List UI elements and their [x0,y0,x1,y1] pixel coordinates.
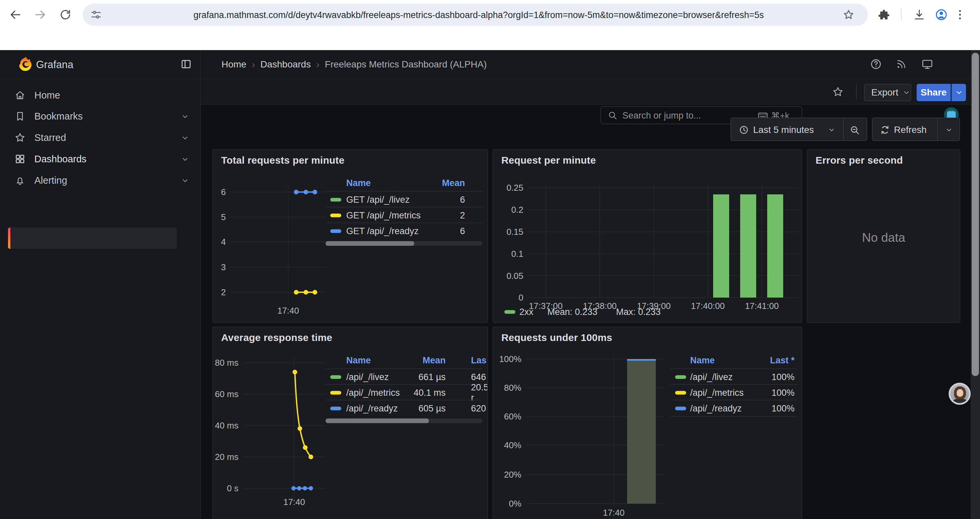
chevron-down-icon[interactable] [180,154,190,164]
sidebar-item-dashboards[interactable]: Dashboards [0,148,200,170]
favorite-star-icon[interactable] [831,85,845,99]
legend-col-mean[interactable]: Mean [423,355,445,366]
series-swatch-green[interactable] [675,375,686,379]
zoom-out-icon[interactable] [849,124,861,136]
legend-header: Name Last * [670,355,797,368]
panel-requests-under-100ms[interactable]: Requests under 100ms 100% 80% 60% 40% 20… [493,327,802,519]
y-tick: 40 ms [213,420,239,431]
panel-toggle-icon[interactable] [180,57,193,71]
panel-title[interactable]: Average response time [221,332,332,343]
avatar-body [953,399,967,405]
chevron-down-icon[interactable] [180,176,190,186]
legend-col-name[interactable]: Name [346,355,371,366]
sidebar-item-label: Starred [34,132,66,143]
legend-row[interactable]: /api/_/readyz 100% [670,400,797,417]
series-swatch-green[interactable] [330,375,341,379]
panel-title[interactable]: Errors per second [816,155,903,166]
breadcrumb-dashboards[interactable]: Dashboards [261,59,311,70]
series-name[interactable]: /api/_/metrics [346,387,400,398]
legend-row[interactable]: /api/_/livez 661 µs 646 [326,368,482,385]
y-tick: 20 ms [213,452,239,462]
legend-row[interactable]: GET /api/_/readyz 6 [326,222,482,239]
extensions-icon[interactable] [877,8,891,21]
sidebar-item-alerting[interactable]: Alerting [0,170,200,191]
panel-errors-per-second[interactable]: Errors per second No data [807,149,960,323]
series-swatch-blue[interactable] [675,406,686,410]
address-bar[interactable] [83,4,868,26]
floating-avatar[interactable] [949,383,970,405]
series-swatch-yellow[interactable] [330,213,341,217]
bookmark-star-icon[interactable] [843,9,854,21]
reload-icon[interactable] [59,8,72,21]
star-icon [14,132,26,144]
legend-row[interactable]: /api/_/metrics 40.1 ms 20.5 r [326,384,482,401]
panel-title[interactable]: Total requests per minute [221,155,345,166]
panel-title[interactable]: Request per minute [501,155,596,166]
series-swatch-yellow[interactable] [675,391,686,394]
series-name[interactable]: GET /api/_/livez [346,194,410,205]
grafana-logo[interactable] [18,56,33,73]
legend-col-last[interactable]: Last * [770,355,795,366]
series-name[interactable]: /api/_/livez [346,372,389,382]
share-button[interactable]: Share [916,84,951,101]
share-menu-button[interactable] [951,84,966,101]
series-name[interactable]: /api/_/readyz [346,403,398,414]
legend-scrollbar[interactable] [326,241,482,246]
legend-col-mean[interactable]: Mean [442,178,465,188]
time-range-label[interactable]: Last 5 minutes [753,125,814,135]
back-icon[interactable] [9,8,22,21]
legend-col-name[interactable]: Name [346,178,371,188]
chevron-down-icon[interactable] [945,126,953,134]
menu-kebab-icon[interactable] [953,8,967,21]
profile-icon[interactable] [935,8,948,21]
legend-col-name[interactable]: Name [690,355,715,366]
panel-request-per-minute[interactable]: Request per minute 0.25 0.2 0.15 0.1 0.0… [493,149,802,323]
chevron-down-icon[interactable] [180,133,190,143]
help-icon[interactable] [869,57,883,71]
url-input[interactable] [193,4,908,26]
series-name[interactable]: GET /api/_/metrics [346,210,421,220]
legend-row[interactable]: /api/_/metrics 100% [670,384,797,401]
series-name[interactable]: 2xx [519,307,533,317]
series-swatch-blue[interactable] [330,406,341,410]
scrollbar-thumb[interactable] [972,53,979,376]
legend-row[interactable]: /api/_/livez 100% [670,368,797,385]
legend-col-last[interactable]: Las [471,355,487,366]
legend-header: Name Mean Las [326,355,482,368]
sidebar-item-home[interactable]: Home [0,85,200,106]
panel-title[interactable]: Requests under 100ms [501,332,612,343]
news-rss-icon[interactable] [895,57,908,71]
download-icon[interactable] [913,8,926,21]
sidebar-item-starred[interactable]: Starred [0,127,200,148]
legend-scrollbar[interactable] [326,418,482,423]
sidebar-item-bookmarks[interactable]: Bookmarks [0,105,200,127]
series-swatch-blue[interactable] [330,229,341,233]
breadcrumb-home[interactable]: Home [221,59,247,70]
chevron-down-icon[interactable] [180,112,190,121]
series-name[interactable]: /api/_/metrics [690,387,744,398]
actions-divider [856,85,857,99]
export-button[interactable]: Export [864,84,911,101]
series-swatch-green[interactable] [504,310,515,314]
refresh-icon[interactable] [879,124,891,136]
sidebar: Home Bookmarks Starred Dashboards Alerti… [0,79,200,519]
y-tick: 0.15 [493,227,523,237]
site-settings-icon[interactable] [90,9,102,21]
series-swatch-green[interactable] [330,198,341,201]
forward-icon[interactable] [34,8,47,21]
series-name[interactable]: /api/_/readyz [690,403,742,414]
chevron-down-icon[interactable] [827,126,836,134]
panel-average-response-time[interactable]: Average response time 80 ms 60 ms 40 ms … [213,327,488,519]
series-swatch-yellow[interactable] [330,391,341,394]
sidebar-active-highlight [8,227,177,249]
legend-row[interactable]: /api/_/readyz 605 µs 620 [326,400,482,416]
series-name[interactable]: /api/_/livez [690,372,733,382]
display-icon[interactable] [921,57,934,71]
breadcrumb: Home › Dashboards › Freeleaps Metrics Da… [221,50,487,78]
legend-row[interactable]: GET /api/_/livez 6 [326,191,482,208]
refresh-label[interactable]: Refresh [894,125,927,135]
panel-total-requests[interactable]: Total requests per minute 6 5 4 3 2 17:4… [213,149,488,323]
legend-row[interactable]: GET /api/_/metrics 2 [326,207,482,223]
sidebar-item-label: Alerting [34,175,67,186]
series-name[interactable]: GET /api/_/readyz [346,226,418,236]
